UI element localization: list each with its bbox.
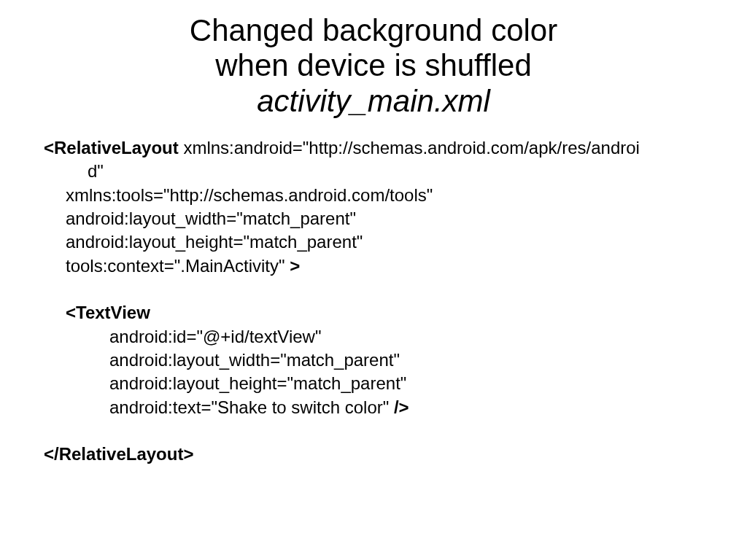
code-line: xmlns:tools="http://schemas.android.com/… (44, 184, 718, 207)
blank-line (44, 419, 718, 443)
textview-text: android:text="Shake to switch color" (109, 397, 394, 417)
xmlns-android-part1: xmlns:android="http://schemas.android.co… (179, 138, 640, 158)
xml-code-block: <RelativeLayout xmlns:android="http://sc… (29, 136, 718, 467)
code-line: <TextView (44, 301, 718, 324)
code-line: tools:context=".MainActivity" > (44, 254, 718, 278)
blank-line (44, 278, 718, 301)
textview-width: android:layout_width="match_parent" (109, 350, 400, 370)
title-line-1: Changed background color (190, 13, 557, 47)
code-line: android:text="Shake to switch color" /> (44, 396, 718, 419)
xmlns-android-part2: d" (88, 161, 104, 181)
close-angle: > (290, 256, 300, 276)
relativelayout-close-tag: </RelativeLayout> (44, 444, 193, 464)
code-line: d" (44, 160, 718, 183)
textview-open-tag: <TextView (66, 303, 150, 322)
title-line-2: when device is shuffled (215, 48, 532, 82)
slide: Changed background color when device is … (0, 0, 747, 560)
code-line: </RelativeLayout> (44, 443, 718, 466)
slide-title: Changed background color when device is … (29, 13, 718, 119)
xmlns-tools: xmlns:tools="http://schemas.android.com/… (66, 185, 433, 205)
tools-context: tools:context=".MainActivity" (66, 256, 290, 276)
self-close: /> (394, 397, 409, 417)
code-line: android:id="@+id/textView" (44, 325, 718, 349)
layout-width: android:layout_width="match_parent" (66, 209, 356, 228)
code-line: android:layout_width="match_parent" (44, 349, 718, 372)
textview-height: android:layout_height="match_parent" (109, 373, 406, 393)
layout-height: android:layout_height="match_parent" (66, 232, 363, 252)
textview-id: android:id="@+id/textView" (109, 327, 321, 346)
code-line: android:layout_width="match_parent" (44, 207, 718, 230)
relativelayout-open-tag: <RelativeLayout (44, 138, 179, 158)
code-line: <RelativeLayout xmlns:android="http://sc… (44, 136, 718, 160)
code-line: android:layout_height="match_parent" (44, 372, 718, 395)
title-line-3: activity_main.xml (257, 84, 490, 118)
code-line: android:layout_height="match_parent" (44, 230, 718, 254)
